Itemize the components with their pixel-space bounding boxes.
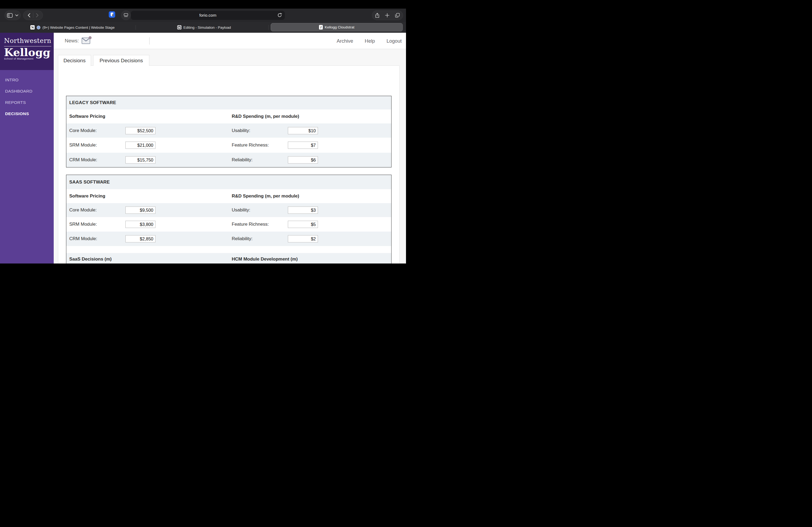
tab-separator	[269, 25, 269, 30]
archive-link[interactable]: Archive	[337, 38, 353, 44]
spacer-row	[66, 246, 391, 253]
app-sidebar: Northwestern Kellogg School of Managemen…	[0, 33, 54, 264]
browser-tab-1[interactable]: N (9+) Website Pages Content | Website S…	[16, 22, 129, 33]
news-mail-button[interactable]	[82, 37, 90, 44]
column-header-row: Software Pricing R&D Spending (m, per mo…	[66, 109, 391, 123]
nav-buttons	[23, 11, 43, 20]
tab-decisions[interactable]: Decisions	[58, 55, 91, 66]
notion-favicon: N	[30, 25, 35, 30]
reload-icon[interactable]	[277, 13, 282, 18]
saas-reliability-input[interactable]	[288, 235, 318, 243]
table-row: Core Module: Usability:	[66, 123, 391, 138]
sidebar-item-decisions[interactable]: DECISIONS	[0, 108, 54, 119]
hcm-module-header: HCM Module Development (m)	[232, 257, 298, 262]
row-label: CRM Module:	[69, 236, 97, 241]
logo-northwestern: Northwestern	[4, 37, 51, 46]
row-label: Feature Richness:	[232, 142, 269, 148]
row-label: CRM Module:	[69, 157, 97, 163]
kellogg-logo: Northwestern Kellogg School of Managemen…	[0, 33, 54, 70]
panel-title-row: LEGACY SOFTWARE	[66, 96, 391, 109]
browser-tab-2-title: Editing - Simulation - Payload	[184, 26, 231, 30]
back-button[interactable]	[25, 13, 33, 17]
browser-tab-active[interactable]: / Kellogg Cloudstrat	[271, 23, 403, 31]
panel-title-row: SAAS SOFTWARE	[66, 175, 391, 189]
software-pricing-header: Software Pricing	[69, 114, 105, 119]
sidebar-item-reports[interactable]: REPORTS	[0, 97, 54, 108]
rd-spending-header: R&D Spending (m, per module)	[232, 114, 299, 119]
saas-crm-price-input[interactable]	[126, 235, 156, 243]
news-widget: News:	[65, 37, 90, 44]
row-label: Reliability:	[232, 236, 252, 241]
row-label: Feature Richness:	[232, 222, 269, 227]
saas-decisions-header: SaaS Decisions (m)	[69, 257, 112, 262]
legacy-core-price-input[interactable]	[126, 127, 156, 134]
legacy-usability-input[interactable]	[288, 127, 318, 134]
logo-kellogg-wordmark: Kellogg	[4, 47, 54, 58]
globe-favicon	[37, 26, 41, 30]
forward-button[interactable]	[33, 13, 41, 17]
tab-overview-icon[interactable]	[395, 13, 400, 18]
legacy-crm-price-input[interactable]	[126, 156, 156, 164]
tab-previous-decisions[interactable]: Previous Decisions	[93, 55, 149, 66]
row-label: SRM Module:	[69, 142, 97, 148]
browser-tab-active-title: Kellogg Cloudstrat	[325, 25, 354, 29]
row-label: Usability:	[232, 128, 250, 133]
reader-mode-button[interactable]	[121, 11, 131, 20]
table-row: CRM Module: Reliability:	[66, 231, 391, 246]
table-row: CRM Module: Reliability:	[66, 153, 391, 167]
news-label: News:	[65, 38, 79, 44]
password-extension-icon[interactable]	[109, 11, 115, 18]
url-text: forio.com	[199, 13, 216, 18]
tab-separator	[135, 25, 136, 30]
legacy-software-panel: LEGACY SOFTWARE Software Pricing R&D Spe…	[66, 96, 392, 167]
app-header: News: Archive Help Logout	[54, 33, 406, 49]
toolbar-right-buttons	[372, 11, 403, 20]
rd-spending-header: R&D Spending (m, per module)	[232, 194, 299, 199]
help-link[interactable]: Help	[365, 38, 375, 44]
row-label: Core Module:	[69, 207, 97, 213]
browser-tab-1-title: (9+) Website Pages Content | Website Sta…	[42, 26, 114, 30]
row-label: Usability:	[232, 207, 250, 213]
saas-feature-richness-input[interactable]	[288, 221, 318, 228]
window-top-strip	[0, 0, 406, 9]
address-bar[interactable]: forio.com	[131, 11, 285, 20]
news-unread-badge	[89, 36, 91, 39]
saas-panel-title: SAAS SOFTWARE	[69, 180, 110, 185]
sidebar-item-dashboard[interactable]: DASHBOARD	[0, 86, 54, 97]
hexagon-favicon	[177, 25, 182, 30]
header-links: Archive Help Logout	[337, 33, 402, 49]
chevron-down-icon	[15, 15, 18, 16]
saas-software-panel: SAAS SOFTWARE Software Pricing R&D Spend…	[66, 175, 392, 264]
saas-core-price-input[interactable]	[126, 207, 156, 214]
table-row: SRM Module: Feature Richness:	[66, 138, 391, 153]
sidebar-nav: INTRO DASHBOARD REPORTS DECISIONS	[0, 74, 54, 119]
row-label: Reliability:	[232, 157, 252, 163]
legacy-srm-price-input[interactable]	[126, 142, 156, 149]
legacy-feature-richness-input[interactable]	[288, 142, 318, 149]
sidebar-toggle-icon	[7, 13, 13, 18]
software-pricing-header: Software Pricing	[69, 194, 105, 199]
legacy-reliability-input[interactable]	[288, 156, 318, 164]
forio-favicon: /	[319, 25, 323, 30]
new-tab-icon[interactable]	[385, 13, 389, 17]
saas-usability-input[interactable]	[288, 207, 318, 214]
share-icon[interactable]	[375, 13, 379, 18]
browser-toolbar: forio.com	[0, 9, 406, 22]
sidebar-toggle-button[interactable]	[4, 11, 21, 20]
column-header-row: SaaS Decisions (m) HCM Module Developmen…	[66, 253, 391, 264]
saas-srm-price-input[interactable]	[126, 221, 156, 228]
legacy-panel-title: LEGACY SOFTWARE	[69, 100, 116, 105]
logout-link[interactable]: Logout	[387, 38, 402, 44]
column-header-row: Software Pricing R&D Spending (m, per mo…	[66, 189, 391, 203]
table-row: Core Module: Usability:	[66, 203, 391, 217]
browser-tab-bar: N (9+) Website Pages Content | Website S…	[0, 22, 406, 33]
row-label: SRM Module:	[69, 222, 97, 227]
sidebar-item-intro[interactable]: INTRO	[0, 74, 54, 86]
browser-tab-2[interactable]: Editing - Simulation - Payload	[149, 22, 259, 33]
safari-window: forio.com	[0, 0, 406, 264]
table-row: SRM Module: Feature Richness:	[66, 217, 391, 231]
row-label: Core Module:	[69, 128, 97, 133]
